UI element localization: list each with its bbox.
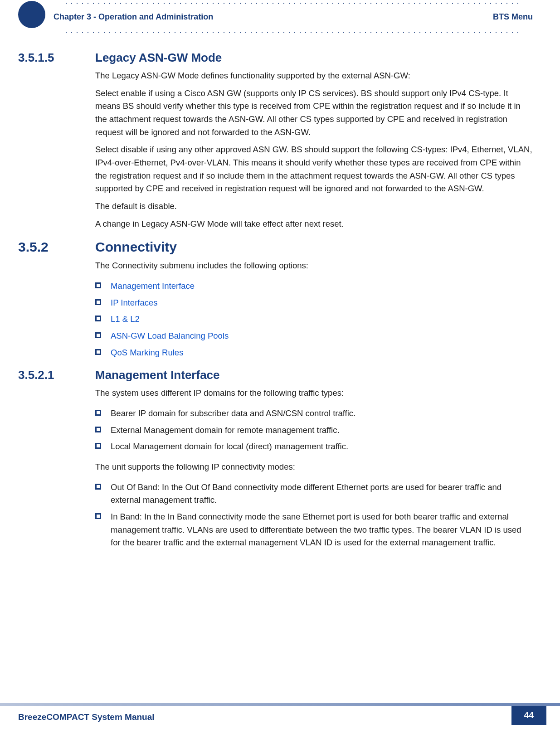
list-item: Out Of Band: In the Out Of Band connecti… bbox=[95, 481, 533, 507]
paragraph: The system uses different IP domains for… bbox=[95, 387, 533, 400]
link-ip-interfaces[interactable]: IP Interfaces bbox=[95, 296, 533, 310]
list-item: External Management domain for remote ma… bbox=[95, 424, 533, 437]
link-management-interface[interactable]: Management Interface bbox=[95, 280, 533, 293]
paragraph: Select disable if using any other approv… bbox=[95, 143, 533, 195]
paragraph: A change in Legacy ASN-GW Mode will take… bbox=[95, 218, 533, 231]
section-number: 3.5.2 bbox=[18, 239, 95, 255]
paragraph: Select enable if using a Cisco ASN GW (s… bbox=[95, 87, 533, 139]
header-menu-name: BTS Menu bbox=[493, 12, 533, 22]
page-number: 44 bbox=[511, 706, 546, 725]
link-l1-l2[interactable]: L1 & L2 bbox=[95, 313, 533, 326]
section-heading: Legacy ASN-GW Mode bbox=[95, 51, 222, 65]
link-list: Management Interface IP Interfaces L1 & … bbox=[95, 280, 533, 359]
section-number: 3.5.2.1 bbox=[18, 368, 95, 382]
section-heading: Management Interface bbox=[95, 368, 220, 382]
section-number: 3.5.1.5 bbox=[18, 51, 95, 65]
section-heading: Connectivity bbox=[95, 239, 177, 255]
list-item: Bearer IP domain for subscriber data and… bbox=[95, 407, 533, 420]
footer-manual-title: BreezeCOMPACT System Manual bbox=[18, 712, 155, 722]
bullet-list: Out Of Band: In the Out Of Band connecti… bbox=[95, 481, 533, 549]
list-item: In Band: In the In Band connectivity mod… bbox=[95, 510, 533, 549]
section-3-5-2-1: 3.5.2.1 Management Interface bbox=[18, 368, 533, 382]
page-header: Chapter 3 - Operation and Administration… bbox=[18, 5, 533, 28]
paragraph: The unit supports the following IP conne… bbox=[95, 461, 533, 474]
section-3-5-2: 3.5.2 Connectivity bbox=[18, 239, 533, 255]
link-asn-gw-pools[interactable]: ASN-GW Load Balancing Pools bbox=[95, 330, 533, 343]
header-circle-icon bbox=[18, 1, 45, 28]
chapter-title: Chapter 3 - Operation and Administration bbox=[54, 12, 213, 22]
list-item: Local Management domain for local (direc… bbox=[95, 440, 533, 453]
section-3-5-1-5: 3.5.1.5 Legacy ASN-GW Mode bbox=[18, 51, 533, 65]
paragraph: The default is disable. bbox=[95, 200, 533, 213]
paragraph: The Legacy ASN-GW Mode defines functiona… bbox=[95, 69, 533, 83]
page-footer: BreezeCOMPACT System Manual 44 bbox=[0, 703, 560, 725]
link-qos-rules[interactable]: QoS Marking Rules bbox=[95, 346, 533, 359]
bullet-list: Bearer IP domain for subscriber data and… bbox=[95, 407, 533, 453]
paragraph: The Connectivity submenu includes the fo… bbox=[95, 259, 533, 272]
